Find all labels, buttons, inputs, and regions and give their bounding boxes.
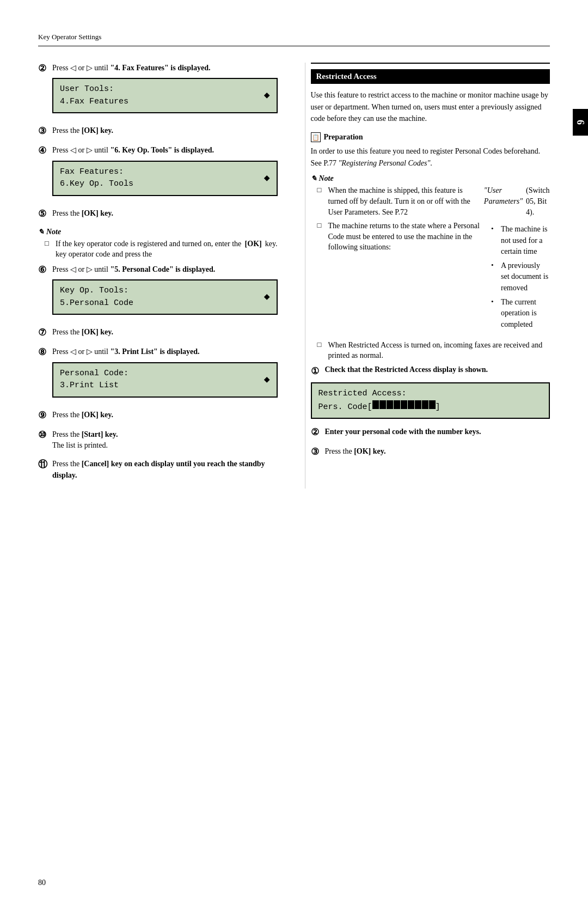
prep-icon: 📋	[311, 132, 321, 142]
step-10-sub: The list is printed.	[52, 441, 108, 449]
step-3: ③ Press the [OK] key.	[38, 125, 278, 137]
pencil-icon: ✎	[38, 228, 44, 236]
lcd-arrow-1: ◆	[264, 88, 270, 103]
page-header: Key Operator Settings	[38, 33, 550, 46]
header-title: Key Operator Settings	[38, 33, 101, 41]
note-item-r1: When the machine is shipped, this featur…	[317, 185, 550, 217]
step-10-content: Press the [Start] key. The list is print…	[52, 429, 278, 452]
right-step-1-text: Check that the Restricted Access display…	[325, 365, 488, 374]
preparation-text: In order to use this feature you need to…	[311, 145, 550, 169]
step-2-content: Press ◁ or ▷ until "4. Fax Features" is …	[52, 63, 278, 118]
step-8: ⑧ Press ◁ or ▷ until "3. Print List" is …	[38, 346, 278, 401]
step-11-content: Press the [Cancel] key on each display u…	[52, 459, 278, 481]
note-item-1: If the key operator code is registered a…	[45, 239, 278, 260]
step-8-num: ⑧	[38, 346, 50, 358]
note-list-2: When the machine is shipped, this featur…	[311, 185, 550, 361]
right-step-2-num: ②	[311, 426, 323, 438]
lcd-line1: Restricted Access:	[318, 388, 543, 400]
pencil-icon-2: ✎	[311, 174, 317, 183]
chapter-tab: 6	[573, 109, 588, 136]
situation-2: A previously set document is removed	[491, 260, 550, 294]
code-block-2	[379, 400, 386, 409]
step-10-num: ⑩	[38, 429, 50, 441]
step-7-content: Press the [OK] key.	[52, 327, 278, 338]
step-9: ⑨ Press the [OK] key.	[38, 410, 278, 422]
situation-1: The machine is not used for a certain ti…	[491, 224, 550, 257]
note-list-1: If the key operator code is registered a…	[38, 239, 278, 260]
lcd-text-2: Fax Features:6.Key Op. Tools	[60, 166, 133, 191]
two-column-layout: ② Press ◁ or ▷ until "4. Fax Features" i…	[38, 63, 550, 489]
step-5: ⑤ Press the [OK] key.	[38, 208, 278, 220]
note-label-2: Note	[319, 174, 334, 183]
note-title-1: ✎ Note	[38, 228, 278, 236]
step-3-num: ③	[38, 125, 50, 137]
step-11: ⑪ Press the [Cancel] key on each display…	[38, 459, 278, 481]
page-number: 80	[38, 879, 46, 887]
lcd-display-4: Personal Code:3.Print List ◆	[52, 362, 278, 398]
lcd-arrow-2: ◆	[264, 171, 270, 186]
lcd-arrow-3: ◆	[264, 290, 270, 304]
right-step-1: ① Check that the Restricted Access displ…	[311, 365, 550, 419]
code-block-1	[372, 400, 379, 409]
right-step-3: ③ Press the [OK] key.	[311, 446, 550, 458]
situation-3: The current operation is completed	[491, 297, 550, 330]
step-6-num: ⑥	[38, 264, 50, 276]
step-8-content: Press ◁ or ▷ until "3. Print List" is di…	[52, 346, 278, 401]
code-block-6	[408, 400, 414, 409]
lcd-display-2: Fax Features:6.Key Op. Tools ◆	[52, 161, 278, 196]
step-5-num: ⑤	[38, 208, 50, 220]
step-7: ⑦ Press the [OK] key.	[38, 327, 278, 339]
right-column: Restricted Access Use this feature to re…	[305, 63, 550, 489]
code-block-8	[422, 400, 428, 409]
lcd-text-3: Key Op. Tools:5.Personal Code	[60, 285, 133, 309]
step-4-content: Press ◁ or ▷ until "6. Key Op. Tools" is…	[52, 145, 278, 200]
note-label-1: Note	[46, 228, 61, 236]
section-header: Restricted Access	[311, 69, 550, 84]
section-divider	[311, 63, 550, 64]
code-block-3	[387, 400, 393, 409]
step-4-num: ④	[38, 145, 50, 157]
right-step-2-content: Enter your personal code with the number…	[325, 426, 550, 437]
code-block-9	[429, 400, 436, 409]
code-blocks	[372, 400, 436, 409]
right-step-2: ② Enter your personal code with the numb…	[311, 426, 550, 438]
step-6: ⑥ Press ◁ or ▷ until "5. Personal Code" …	[38, 264, 278, 319]
lcd-display-1: User Tools:4.Fax Features ◆	[52, 78, 278, 113]
code-block-5	[401, 400, 407, 409]
lcd-restricted: Restricted Access: Pers. Code[]	[311, 382, 550, 419]
note-title-2: ✎ Note	[311, 174, 550, 183]
lcd-line2: Pers. Code[]	[318, 400, 543, 414]
code-block-7	[415, 400, 421, 409]
step-3-content: Press the [OK] key.	[52, 125, 278, 136]
right-step-1-num: ①	[311, 365, 323, 377]
note-item-r3: When Restricted Access is turned on, inc…	[317, 340, 550, 361]
note-section-2: ✎ Note When the machine is shipped, this…	[311, 174, 550, 361]
step-11-num: ⑪	[38, 459, 50, 471]
step-9-num: ⑨	[38, 410, 50, 422]
step-9-content: Press the [OK] key.	[52, 410, 278, 420]
left-column: ② Press ◁ or ▷ until "4. Fax Features" i…	[38, 63, 283, 489]
lcd-display-3: Key Op. Tools:5.Personal Code ◆	[52, 279, 278, 315]
note-section-1: ✎ Note If the key operator code is regis…	[38, 228, 278, 260]
note-item-r2: The machine returns to the state where a…	[317, 221, 550, 337]
step-6-content: Press ◁ or ▷ until "5. Personal Code" is…	[52, 264, 278, 319]
lcd-text-1: User Tools:4.Fax Features	[60, 83, 128, 108]
right-step-3-content: Press the [OK] key.	[325, 446, 550, 457]
intro-text: Use this feature to restrict access to t…	[311, 89, 550, 125]
step-10: ⑩ Press the [Start] key. The list is pri…	[38, 429, 278, 452]
step-2-num: ②	[38, 63, 50, 75]
right-step-3-num: ③	[311, 446, 323, 458]
lcd-text-4: Personal Code:3.Print List	[60, 368, 128, 392]
preparation-title: Preparation	[324, 133, 363, 142]
step-4: ④ Press ◁ or ▷ until "6. Key Op. Tools" …	[38, 145, 278, 200]
code-block-4	[394, 400, 400, 409]
step-7-num: ⑦	[38, 327, 50, 339]
lcd-arrow-4: ◆	[264, 373, 270, 387]
step-2: ② Press ◁ or ▷ until "4. Fax Features" i…	[38, 63, 278, 118]
situations-list: The machine is not used for a certain ti…	[486, 224, 550, 333]
page: Key Operator Settings 6 ② Press ◁ or ▷ u…	[0, 0, 588, 909]
right-step-1-header: ① Check that the Restricted Access displ…	[311, 365, 550, 377]
preparation-header: 📋 Preparation	[311, 132, 550, 142]
step-5-content: Press the [OK] key.	[52, 208, 278, 219]
